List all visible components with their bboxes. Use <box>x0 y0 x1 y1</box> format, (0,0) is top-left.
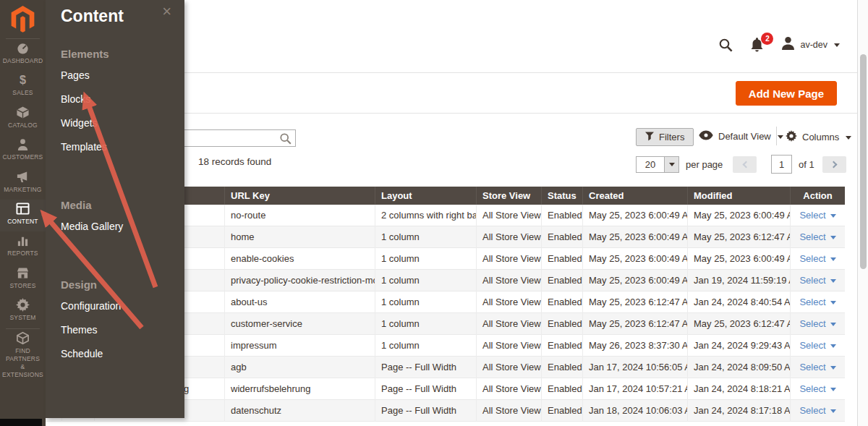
chevron-down-icon <box>830 366 836 372</box>
cell-url-key: impressum <box>224 335 375 357</box>
cell-layout: Page -- Full Width <box>375 378 476 400</box>
notifications-bell-icon[interactable]: 2 <box>750 38 764 52</box>
sidebar-item-reports[interactable]: REPORTS <box>0 231 46 263</box>
cell-store-view: All Store Views <box>476 226 541 248</box>
cell-layout: 2 columns with right bar <box>375 205 476 226</box>
cell-layout: 1 column <box>375 291 476 313</box>
notifications-count-badge: 2 <box>761 33 773 45</box>
column-header-created[interactable]: Created <box>582 187 687 205</box>
cell-created: Jan 18, 2024 10:06:03 AM <box>582 400 687 422</box>
select-action-link[interactable]: Select <box>799 253 835 264</box>
select-action-link[interactable]: Select <box>799 210 835 221</box>
system-icon <box>16 298 30 312</box>
sidebar-item-partners[interactable]: FIND PARTNERS & EXTENSIONS <box>0 329 46 361</box>
flyout-section-media: Media Media Gallery <box>61 199 169 238</box>
select-action-link[interactable]: Select <box>799 297 835 307</box>
flyout-section-heading: Elements <box>61 48 169 60</box>
flyout-item-pages[interactable]: Pages <box>61 63 169 87</box>
column-header-store-view[interactable]: Store View <box>476 187 541 205</box>
flyout-item-themes[interactable]: Themes <box>61 318 169 341</box>
vertical-scrollbar[interactable] <box>857 0 868 426</box>
flyout-item-configuration[interactable]: Configuration <box>61 294 169 318</box>
cell-created: May 25, 2023 6:00:49 AM <box>582 270 687 291</box>
column-header-layout[interactable]: Layout <box>375 187 476 205</box>
flyout-section-design: Design ConfigurationThemesSchedule <box>61 278 169 365</box>
filters-button[interactable]: Filters <box>636 128 694 146</box>
default-view-control[interactable]: Default View <box>699 130 783 142</box>
cell-layout: 1 column <box>375 335 476 357</box>
scrollbar-thumb[interactable] <box>860 54 867 269</box>
content-flyout-menu: Content × Elements PagesBlocksWidgetsTem… <box>46 0 184 418</box>
cell-modified: May 25, 2023 6:12:47 AM <box>687 226 790 248</box>
select-action-link[interactable]: Select <box>799 231 835 242</box>
cell-layout: 1 column <box>375 270 476 291</box>
sidebar-item-dashboard[interactable]: DASHBOARD <box>0 39 46 71</box>
flyout-title: Content <box>61 0 169 26</box>
column-header-url-key[interactable]: URL Key <box>224 187 375 205</box>
cell-action: Select <box>790 291 845 313</box>
cell-status: Enabled <box>541 291 582 313</box>
per-page-select[interactable]: 20 <box>636 156 679 173</box>
flyout-item-widgets[interactable]: Widgets <box>61 111 169 135</box>
cell-created: May 25, 2023 6:12:47 AM <box>582 291 687 313</box>
select-action-link[interactable]: Select <box>799 383 835 394</box>
toolbar-divider <box>776 127 777 145</box>
cell-layout: 1 column <box>375 248 476 270</box>
svg-text:$: $ <box>20 73 26 86</box>
sidebar-item-catalog[interactable]: CATALOG <box>0 103 46 135</box>
flyout-item-templates[interactable]: Templates <box>61 135 169 158</box>
cell-store-view: All Store Views <box>476 378 541 400</box>
sidebar-item-customers[interactable]: CUSTOMERS <box>0 135 46 167</box>
sidebar-item-content[interactable]: CONTENT <box>0 200 46 231</box>
cell-modified: Jan 24, 2024 8:09:50 AM <box>687 357 790 378</box>
catalog-icon <box>16 106 30 119</box>
current-page-input[interactable] <box>771 155 792 174</box>
magento-logo[interactable] <box>0 0 46 38</box>
flyout-item-schedule[interactable]: Schedule <box>61 341 169 365</box>
sidebar-item-sales[interactable]: $ SALES <box>0 71 46 103</box>
cell-status: Enabled <box>541 313 582 335</box>
select-action-link[interactable]: Select <box>799 405 835 416</box>
flyout-item-media-gallery[interactable]: Media Gallery <box>61 214 169 238</box>
eye-icon <box>699 130 713 142</box>
cell-layout: 1 column <box>375 313 476 335</box>
sidebar-item-system[interactable]: SYSTEM <box>0 296 46 328</box>
select-action-link[interactable]: Select <box>799 275 835 286</box>
previous-page-button[interactable] <box>733 156 757 173</box>
stores-icon <box>16 266 30 280</box>
add-new-page-button[interactable]: Add New Page <box>736 81 837 106</box>
cell-created: May 26, 2023 8:37:30 AM <box>582 335 687 357</box>
search-submit-icon[interactable] <box>279 132 292 148</box>
flyout-item-blocks[interactable]: Blocks <box>61 87 169 111</box>
user-name: av-dev <box>800 40 827 50</box>
sidebar-item-stores[interactable]: STORES <box>0 264 46 296</box>
select-action-link[interactable]: Select <box>799 318 835 329</box>
global-search-icon[interactable] <box>718 38 733 52</box>
cell-layout: Page -- Full Width <box>375 400 476 422</box>
cell-action: Select <box>790 335 845 357</box>
dashboard-icon <box>16 41 30 55</box>
chevron-down-icon <box>778 135 783 142</box>
cell-created: May 25, 2023 6:00:49 AM <box>582 248 687 270</box>
column-header-modified[interactable]: Modified <box>687 187 790 205</box>
chevron-down-icon <box>830 214 836 221</box>
partners-icon <box>16 331 30 345</box>
cell-status: Enabled <box>541 205 582 226</box>
cell-created: Jan 17, 2024 10:57:21 AM <box>582 378 687 400</box>
content-icon <box>16 202 30 216</box>
columns-control[interactable]: Columns <box>786 130 851 144</box>
close-icon[interactable]: × <box>162 4 171 20</box>
cell-status: Enabled <box>541 378 582 400</box>
flyout-section-elements: Elements PagesBlocksWidgetsTemplates <box>61 48 169 158</box>
user-menu[interactable]: av-dev <box>781 36 840 53</box>
cell-modified: May 25, 2023 6:12:47 AM <box>687 313 790 335</box>
select-action-link[interactable]: Select <box>799 362 835 372</box>
per-page-label: per page <box>686 159 723 170</box>
column-header-status[interactable]: Status <box>541 187 582 205</box>
select-action-link[interactable]: Select <box>799 340 835 351</box>
sidebar-item-marketing[interactable]: MARKETING <box>0 168 46 200</box>
cell-created: Jan 17, 2024 10:56:05 AM <box>582 357 687 378</box>
cell-store-view: All Store Views <box>476 270 541 291</box>
cell-store-view: All Store Views <box>476 248 541 270</box>
next-page-button[interactable] <box>822 156 846 173</box>
